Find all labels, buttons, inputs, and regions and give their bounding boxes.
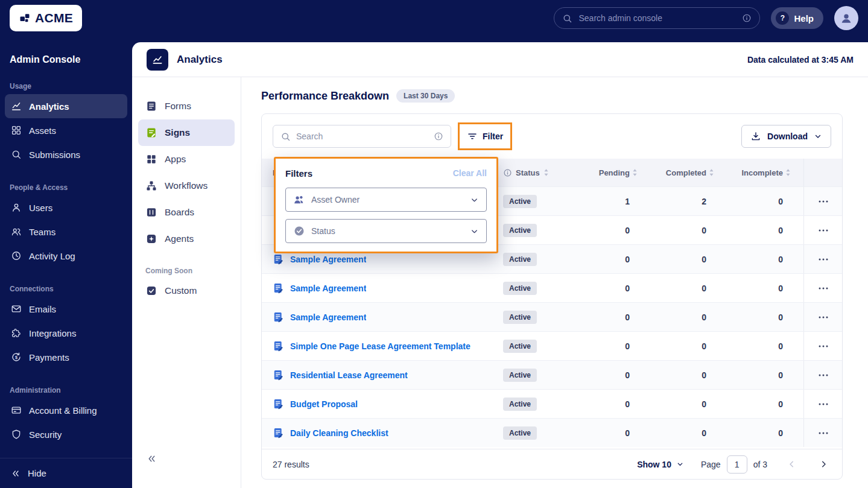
sidebar-item-teams[interactable]: Teams: [5, 220, 127, 244]
sidebar-item-integrations[interactable]: Integrations: [5, 321, 127, 345]
row-actions-button[interactable]: [814, 312, 832, 323]
status-filter-select[interactable]: Status: [285, 219, 487, 243]
admin-search[interactable]: [554, 7, 760, 29]
row-incomplete: 0: [727, 332, 803, 360]
col-header-incomplete[interactable]: Incomplete: [727, 159, 803, 186]
collapse-subnav-button[interactable]: [147, 454, 157, 464]
page-number-input[interactable]: [727, 455, 747, 474]
previous-page-button[interactable]: [784, 457, 799, 472]
row-actions-button[interactable]: [814, 283, 832, 294]
subnav-item-agents[interactable]: Agents: [138, 226, 235, 252]
subnav-item-signs[interactable]: Signs: [138, 119, 235, 146]
clear-all-button[interactable]: Clear All: [453, 168, 487, 178]
row-name-link[interactable]: Simple One Page Lease Agreement Template: [290, 341, 470, 351]
row-incomplete: 0: [727, 216, 803, 244]
asset-owner-filter-select[interactable]: Asset Owner: [285, 188, 487, 212]
row-name-link[interactable]: Sample Agreement: [290, 284, 366, 293]
col-header-pending[interactable]: Pending: [583, 159, 650, 186]
info-icon[interactable]: [742, 13, 752, 23]
row-actions-button[interactable]: [814, 196, 832, 207]
sidebar-item-submissions[interactable]: Submissions: [5, 142, 127, 166]
sort-icon[interactable]: [709, 168, 714, 177]
analytics-icon: [11, 101, 22, 112]
sort-icon[interactable]: [543, 168, 549, 177]
filter-button[interactable]: Filter: [461, 125, 509, 147]
card-toolbar: Filter Download: [262, 114, 842, 159]
subnav-item-boards[interactable]: Boards: [138, 199, 235, 226]
row-actions-button[interactable]: [814, 428, 832, 439]
double-chevron-left-icon: [11, 469, 21, 478]
sort-icon[interactable]: [785, 168, 791, 177]
status-badge: Active: [503, 369, 537, 382]
row-actions-button[interactable]: [814, 341, 832, 352]
sign-document-icon: [273, 253, 284, 265]
info-icon[interactable]: [434, 132, 443, 141]
clock-icon: [11, 250, 22, 261]
status-badge: Active: [503, 224, 537, 237]
help-button[interactable]: ? Help: [771, 7, 823, 29]
col-header-completed[interactable]: Completed: [650, 159, 727, 186]
row-actions-cell: [803, 245, 842, 273]
chevron-down-icon: [676, 460, 684, 468]
avatar[interactable]: [834, 6, 858, 30]
sidebar-item-account-billing[interactable]: Account & Billing: [5, 398, 127, 422]
sidebar-item-users[interactable]: Users: [5, 195, 127, 220]
sort-icon[interactable]: [632, 168, 638, 177]
admin-search-input[interactable]: [578, 13, 736, 23]
subnav-item-custom[interactable]: Custom: [138, 277, 235, 304]
subnav-item-workflows[interactable]: Workflows: [138, 173, 235, 199]
asset-owner-people-icon: [293, 194, 305, 206]
sidebar-item-payments[interactable]: $ Payments: [5, 345, 127, 369]
sidebar-item-activity-log[interactable]: Activity Log: [5, 244, 127, 268]
download-label: Download: [767, 132, 808, 141]
row-pending: 0: [583, 390, 650, 418]
table-search[interactable]: [273, 125, 451, 148]
subnav-item-forms[interactable]: Forms: [138, 93, 235, 119]
row-actions-button[interactable]: [814, 254, 832, 265]
row-name-link[interactable]: Budget Proposal: [290, 399, 358, 409]
hide-sidebar-button[interactable]: Hide: [0, 458, 132, 488]
subnav: Forms Signs Apps Workflows Boards Agents: [132, 77, 241, 488]
row-actions-button[interactable]: [814, 370, 832, 381]
asset-owner-placeholder: Asset Owner: [311, 195, 360, 204]
row-actions-button[interactable]: [814, 399, 832, 410]
row-status-cell: Active: [503, 361, 583, 389]
status-check-icon: [293, 225, 305, 237]
performance-breakdown-title: Performance Breakdown: [261, 90, 389, 103]
sidebar-item-security[interactable]: Security: [5, 422, 127, 446]
row-actions-button[interactable]: [814, 225, 832, 236]
sidebar-item-emails[interactable]: Emails: [5, 297, 127, 321]
row-actions-cell: [803, 332, 842, 360]
row-name-link[interactable]: Daily Cleaning Checklist: [290, 428, 388, 438]
data-calculated-text: Data calculated at 3:45 AM: [747, 55, 854, 65]
topbar: ACME ? Help: [0, 0, 868, 36]
subnav-item-label: Boards: [165, 207, 194, 218]
show-per-page-select[interactable]: Show 10: [637, 460, 684, 469]
row-status-cell: Active: [503, 419, 583, 447]
next-page-button[interactable]: [816, 457, 831, 472]
sign-document-icon: [273, 311, 284, 323]
section-label-usage: Usage: [10, 82, 122, 90]
col-header-status[interactable]: Status: [503, 159, 583, 186]
row-name-cell: Budget Proposal: [262, 390, 503, 418]
table-row: Daily Cleaning Checklist Active 0 0 0: [262, 418, 842, 447]
chevron-down-icon: [470, 227, 479, 236]
download-button[interactable]: Download: [741, 125, 831, 148]
acme-logo[interactable]: ACME: [10, 5, 82, 31]
filters-panel: Filters Clear All Asset Owner: [274, 157, 498, 253]
sidebar-item-label: Users: [29, 203, 52, 213]
row-pending: 0: [583, 245, 650, 273]
row-completed: 0: [650, 245, 727, 273]
subnav-item-apps[interactable]: Apps: [138, 146, 235, 173]
apps-icon: [145, 153, 157, 165]
row-pending: 0: [583, 419, 650, 447]
row-name-link[interactable]: Sample Agreement: [290, 312, 366, 322]
row-status-cell: Active: [503, 332, 583, 360]
row-name-link[interactable]: Residential Lease Agreement: [290, 370, 408, 380]
shield-icon: [11, 429, 22, 440]
table-search-input[interactable]: [296, 132, 428, 141]
row-pending: 0: [583, 216, 650, 244]
sidebar-item-analytics[interactable]: Analytics: [5, 94, 127, 118]
sidebar-item-assets[interactable]: Assets: [5, 118, 127, 142]
row-name-link[interactable]: Sample Agreement: [290, 255, 366, 264]
